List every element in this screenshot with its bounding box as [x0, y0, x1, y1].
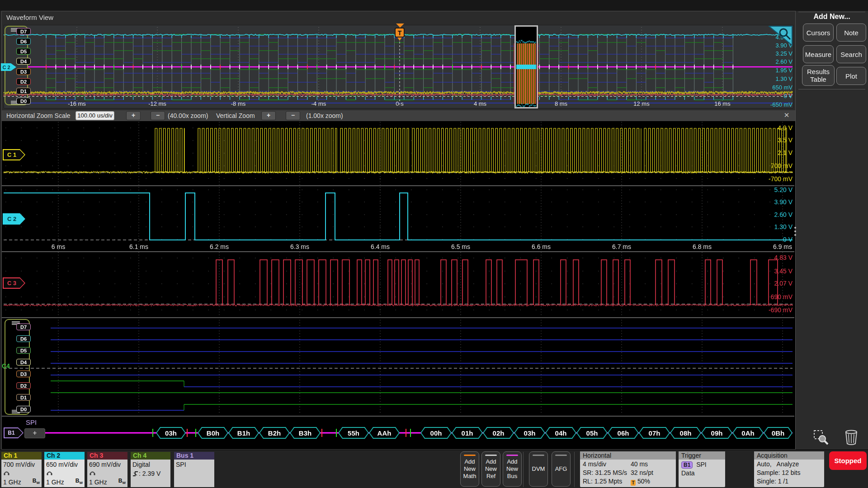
- v-zoom-minus-button[interactable]: −: [286, 111, 300, 120]
- add-new-note-button[interactable]: Note: [836, 23, 866, 42]
- overview-digital-label-d6[interactable]: D6: [16, 38, 31, 45]
- digital-label-d2[interactable]: D2: [16, 382, 31, 389]
- probe-icon: [3, 469, 10, 477]
- run-stop-status[interactable]: Stopped: [829, 451, 867, 470]
- digital-label-d3[interactable]: D3: [16, 371, 31, 377]
- zoom-graticule[interactable]: [2, 121, 795, 449]
- trigger-title: Trigger: [679, 451, 725, 460]
- trash-icon[interactable]: [843, 428, 860, 447]
- channel-badge-c1[interactable]: C 1: [3, 149, 25, 160]
- overview-digital-label-d4[interactable]: D4: [16, 58, 31, 65]
- overview-volt-label: 650 mV: [772, 84, 793, 91]
- bus-packet: 06h: [608, 427, 639, 439]
- zoom-time-label: 6.1 ms: [124, 243, 153, 250]
- axis-label: 0 V: [783, 236, 793, 243]
- add-new-math-button[interactable]: Add New Math: [460, 451, 479, 487]
- channel-badge-ch3[interactable]: Ch 3 690 mV/div 1 GHz BW: [87, 452, 127, 487]
- zoom-select-icon[interactable]: [813, 429, 829, 447]
- channel-badge-c2[interactable]: C 2: [3, 213, 25, 225]
- bus-packet-value: 05h: [576, 427, 608, 439]
- bus-packet: 0Bh: [764, 427, 793, 439]
- bus1-name: Bus 1: [174, 452, 214, 460]
- channel-badge-ch4[interactable]: Ch 4 Digital : 2.39 V: [131, 452, 170, 487]
- overview-digital-label-d0[interactable]: D0: [16, 98, 31, 104]
- bus-packet: 00h: [420, 427, 452, 439]
- ch4-name: Ch 4: [131, 452, 170, 460]
- h-scale: 4 ms/div: [583, 460, 606, 468]
- overview-time-label: -4 ms: [304, 100, 333, 107]
- add-new-plot-button[interactable]: Plot: [836, 67, 866, 85]
- ch3-bandwidth: 1 GHz: [89, 479, 107, 486]
- overview-digital-label-d3[interactable]: D3: [16, 68, 31, 75]
- digital-group-badge-c4[interactable]: C4: [2, 362, 10, 370]
- close-icon[interactable]: ✕: [782, 111, 791, 119]
- ch2-name: Ch 2: [44, 452, 85, 460]
- axis-label: -690 mV: [769, 306, 793, 314]
- axis-label: 3.90 V: [774, 198, 793, 206]
- digital-label-d6[interactable]: D6: [16, 335, 31, 342]
- bus-packet: B3h: [290, 427, 321, 439]
- bus-packet: 03h: [514, 427, 545, 439]
- overview-volt-label: -650 mV: [770, 101, 793, 108]
- afg-button[interactable]: AFG: [552, 451, 571, 487]
- trigger-marker-tail: [397, 38, 402, 41]
- channel-badge-ch2[interactable]: Ch 2 650 mV/div 1 GHz BW: [44, 452, 85, 487]
- splitter-handle[interactable]: [794, 225, 796, 238]
- h-zoom-scale-value[interactable]: 100.00 us/div: [75, 111, 114, 120]
- ch1-bandwidth: 1 GHz: [3, 479, 21, 486]
- trigger-marker[interactable]: T: [395, 28, 405, 38]
- axis-label: 4.9 V: [778, 124, 793, 131]
- overview-digital-label-d5[interactable]: D5: [16, 48, 31, 55]
- bus-packet-value: 01h: [452, 427, 483, 439]
- bus-packet-value: B0h: [198, 427, 228, 439]
- overview-digital-label-d7[interactable]: D7: [16, 28, 31, 35]
- overview-channel-badge-c2[interactable]: C 2: [1, 63, 16, 71]
- zoom-time-label: 6.8 ms: [688, 243, 717, 250]
- bus-packet: 01h: [452, 427, 483, 439]
- bus-badge-bus1[interactable]: Bus 1 SPI: [174, 452, 214, 487]
- v-zoom-label: Vertical Zoom: [216, 112, 255, 119]
- digital-label-d0[interactable]: D0: [16, 406, 31, 413]
- digital-label-d7[interactable]: D7: [16, 324, 31, 330]
- bus-packet: 09h: [701, 427, 732, 439]
- bus-packet-value: 00h: [420, 427, 452, 439]
- add-new-results-table-button[interactable]: Results Table: [802, 65, 835, 86]
- bus-packet-value: B3h: [290, 427, 321, 439]
- acq-mode: Auto, Analyze: [757, 460, 799, 468]
- zoom-time-label: 6.6 ms: [527, 243, 556, 250]
- digital-label-d4[interactable]: D4: [16, 359, 31, 366]
- add-new-measure-button[interactable]: Measure: [803, 45, 834, 63]
- zoom-toolbar: [2, 110, 795, 121]
- overview-digital-label-d1[interactable]: D1: [16, 88, 31, 94]
- h-zoom-minus-button[interactable]: −: [151, 111, 165, 120]
- overview-time-label: 12 ms: [627, 100, 656, 107]
- section-divider: [2, 317, 794, 318]
- h-zoom-plus-button[interactable]: +: [126, 111, 141, 120]
- digital-label-d5[interactable]: D5: [16, 347, 31, 354]
- bottom-status-bar: [0, 450, 868, 488]
- dvm-button[interactable]: DVM: [529, 451, 548, 487]
- divider: [798, 89, 865, 89]
- acquisition-panel[interactable]: Acquisition Auto, Analyze Sample: 12 bit…: [754, 451, 824, 487]
- bus-add-button[interactable]: +: [24, 428, 45, 438]
- channel-badge-c3[interactable]: C 3: [3, 277, 25, 289]
- ch3-name: Ch 3: [87, 452, 127, 460]
- v-zoom-plus-button[interactable]: +: [261, 111, 276, 120]
- bus-name-label: SPI: [26, 418, 37, 426]
- axis-label: 2.07 V: [774, 280, 793, 287]
- zoom-time-label: 6.4 ms: [366, 243, 395, 250]
- add-new-bus-button[interactable]: Add New Bus: [503, 451, 522, 487]
- overview-zoom-icon[interactable]: [769, 25, 793, 48]
- add-new-ref-button[interactable]: Add New Ref: [481, 451, 500, 487]
- add-new-search-button[interactable]: Search: [836, 45, 866, 63]
- axis-label: -700 mV: [769, 175, 793, 183]
- bus-badge-b1[interactable]: B1: [4, 427, 24, 438]
- zoom-window-handle[interactable]: [514, 25, 538, 108]
- horizontal-panel[interactable]: Horizontal 4 ms/div 40 ms SR: 31.25 MS/s…: [580, 451, 676, 487]
- channel-badge-ch1[interactable]: Ch 1 700 mV/div 1 GHz BW: [1, 452, 42, 487]
- add-new-cursors-button[interactable]: Cursors: [803, 23, 834, 42]
- digital-label-d1[interactable]: D1: [16, 394, 31, 401]
- trigger-panel[interactable]: Trigger B1 SPI Data: [679, 451, 725, 487]
- bus-packet-value: B2h: [259, 427, 290, 439]
- overview-digital-label-d2[interactable]: D2: [16, 78, 31, 85]
